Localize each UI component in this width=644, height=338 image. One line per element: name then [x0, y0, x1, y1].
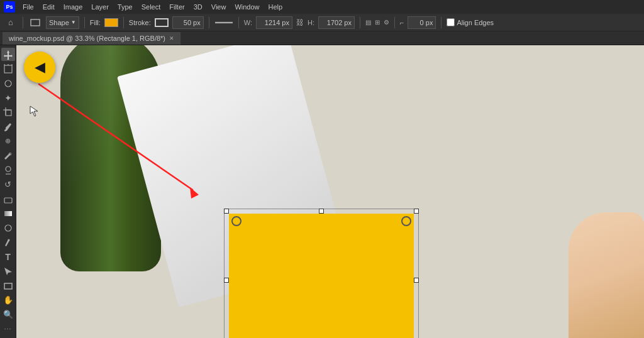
h-label: H: [308, 19, 314, 26]
align-left-icon[interactable]: ▤ [365, 19, 371, 26]
svg-point-12 [4, 129, 6, 131]
eyedropper-tool[interactable] [1, 120, 15, 133]
eraser-tool[interactable] [1, 192, 15, 205]
menu-file[interactable]: File [19, 2, 38, 12]
separator-6 [360, 17, 360, 28]
handle-top-left[interactable] [224, 209, 229, 214]
ps-logo: Ps [4, 1, 15, 13]
menu-window[interactable]: Window [231, 2, 263, 12]
svg-point-14 [6, 166, 11, 172]
align-edges-label: Align Edges [457, 19, 494, 26]
hand-tool[interactable]: ✋ [1, 293, 15, 307]
separator-5 [238, 17, 239, 28]
svg-rect-21 [4, 283, 12, 289]
menu-3d[interactable]: 3D [190, 2, 206, 12]
corner-pin-top-left [231, 216, 242, 226]
stroke-size-input[interactable] [172, 16, 204, 29]
svg-marker-11 [6, 123, 11, 131]
yellow-rectangle-shape[interactable] [229, 214, 414, 338]
separator-7 [394, 17, 395, 28]
corner-icon: ⌐ [400, 19, 404, 26]
chain-link-icon[interactable]: ⛓ [296, 18, 304, 27]
history-brush-tool[interactable]: ↺ [1, 178, 15, 191]
svg-point-18 [5, 225, 11, 231]
stroke-style-icon[interactable] [214, 16, 233, 30]
gradient-tool[interactable] [1, 207, 15, 220]
align-edges-checkbox-area[interactable]: Align Edges [447, 18, 494, 26]
svg-rect-10 [6, 110, 11, 116]
corner-pin-top-right [401, 216, 411, 226]
handle-middle-left[interactable] [224, 278, 229, 283]
align-edges-checkbox[interactable] [447, 18, 455, 26]
separator-8 [441, 17, 441, 28]
separator-4 [209, 17, 209, 28]
path-selection-tool[interactable] [1, 264, 15, 278]
svg-marker-2 [4, 50, 13, 60]
svg-point-19 [8, 239, 9, 241]
height-input[interactable] [318, 16, 355, 29]
separator-3 [123, 17, 124, 28]
document-tab[interactable]: wine_mockup.psd @ 33.3% (Rectangle 1, RG… [3, 32, 181, 45]
menu-bar: Ps File Edit Image Layer Type Select Fil… [0, 0, 644, 14]
svg-rect-3 [4, 65, 12, 73]
align-center-icon[interactable]: ⊞ [375, 19, 380, 26]
back-arrow-icon: ◀ [35, 59, 45, 75]
text-tool[interactable]: T [1, 250, 15, 263]
shape-mode-dropdown[interactable]: Shape ▼ [46, 16, 79, 29]
options-bar: ⌂ Shape ▼ Fill: Stroke: W: ⛓ H: ▤ ⊞ ⚙ ⌐ … [0, 14, 644, 31]
separator-1 [23, 17, 23, 28]
main-area: ✦ ⊕ ↺ T ✋ [0, 45, 644, 338]
svg-marker-20 [4, 268, 12, 275]
canvas-area[interactable]: ◀ [16, 45, 644, 338]
hand-photo [569, 212, 644, 338]
svg-point-13 [8, 152, 11, 155]
clone-stamp-tool[interactable] [1, 163, 15, 177]
corner-radius-input[interactable] [408, 16, 436, 29]
artboard-tool[interactable] [1, 62, 15, 75]
tab-title: wine_mockup.psd @ 33.3% (Rectangle 1, RG… [9, 35, 165, 42]
menu-image[interactable]: Image [60, 2, 87, 12]
menu-help[interactable]: Help [265, 2, 287, 12]
w-label: W: [244, 19, 252, 26]
stroke-color-swatch[interactable] [155, 18, 169, 27]
toolbar: ✦ ⊕ ↺ T ✋ [0, 45, 16, 338]
handle-top-right[interactable] [414, 209, 419, 214]
rectangle-tool[interactable] [1, 279, 15, 292]
zoom-tool[interactable]: 🔍 [1, 308, 15, 321]
svg-rect-16 [4, 198, 12, 203]
stroke-label: Stroke: [129, 19, 151, 26]
svg-point-7 [5, 80, 11, 87]
width-input[interactable] [256, 16, 292, 29]
shape-selection-container[interactable] [224, 209, 419, 338]
menu-edit[interactable]: Edit [39, 2, 58, 12]
separator-2 [84, 17, 85, 28]
shape-thumbnail-icon [28, 16, 42, 30]
handle-middle-right[interactable] [414, 278, 419, 283]
fill-color-swatch[interactable] [104, 18, 118, 27]
crop-tool[interactable] [1, 106, 15, 119]
dodge-tool[interactable] [1, 221, 15, 234]
tab-bar: wine_mockup.psd @ 33.3% (Rectangle 1, RG… [0, 31, 644, 45]
heal-tool[interactable]: ⊕ [1, 134, 15, 148]
menu-select[interactable]: Select [138, 2, 165, 12]
svg-rect-0 [31, 19, 40, 26]
home-icon[interactable]: ⌂ [4, 16, 18, 30]
handle-top-center[interactable] [319, 209, 324, 214]
settings-icon[interactable]: ⚙ [384, 19, 389, 26]
move-tool[interactable] [1, 48, 15, 61]
brush-tool[interactable] [1, 149, 15, 162]
menu-view[interactable]: View [208, 2, 230, 12]
back-arrow-button[interactable]: ◀ [24, 52, 55, 83]
svg-rect-17 [4, 211, 12, 216]
more-tools[interactable]: ··· [1, 322, 15, 335]
fill-label: Fill: [90, 19, 101, 26]
menu-layer[interactable]: Layer [87, 2, 113, 12]
lasso-tool[interactable] [1, 77, 15, 90]
menu-type[interactable]: Type [114, 2, 136, 12]
menu-filter[interactable]: Filter [165, 2, 188, 12]
magic-wand-tool[interactable]: ✦ [1, 91, 15, 104]
pen-tool[interactable] [1, 236, 15, 249]
tab-close-button[interactable]: ✕ [169, 35, 174, 41]
